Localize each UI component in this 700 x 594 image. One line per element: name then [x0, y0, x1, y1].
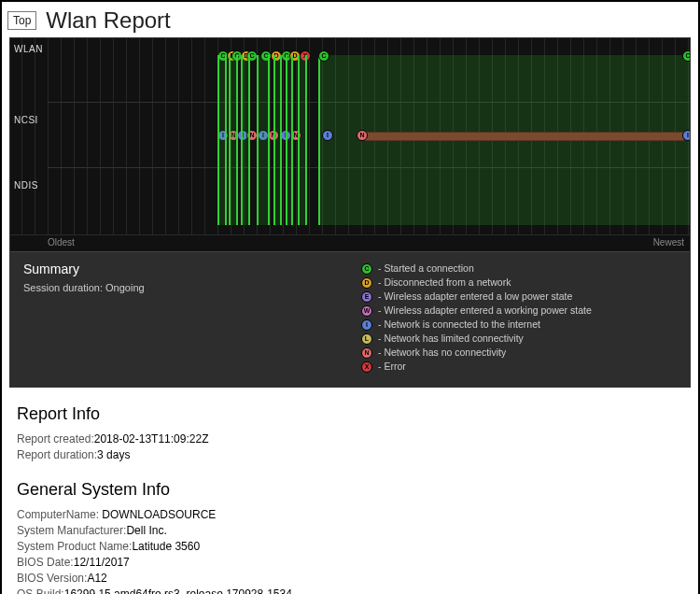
legend-dot-D: D	[361, 277, 372, 289]
page-header: Top Wlan Report	[2, 2, 698, 37]
kv-line: System Product Name:Latitude 3560	[17, 539, 683, 555]
legend-dot-I: I	[361, 319, 372, 331]
wlan-report-page: Top Wlan Report WLAN NCSI NDIS CDCDCCDCD…	[0, 0, 700, 594]
legend-dot-N: N	[361, 347, 372, 359]
legend-item-E: E - Wireless adapter entered a low power…	[361, 290, 677, 304]
kv-key: Report duration:	[17, 448, 97, 461]
legend-dot-C: C	[361, 263, 372, 275]
system-info-heading: General System Info	[17, 480, 683, 500]
summary-title: Summary	[23, 262, 324, 276]
report-info-list: Report created:2018-02-13T11:09:22ZRepor…	[17, 431, 683, 463]
event-dot-C[interactable]: C	[318, 50, 329, 62]
event-dot-C[interactable]: C	[682, 50, 690, 62]
legend-label: - Error	[378, 360, 406, 374]
legend-label: - Wireless adapter entered a working pow…	[378, 304, 592, 318]
kv-value: 3 days	[97, 448, 130, 461]
session-duration-value: Ongoing	[105, 282, 145, 293]
kv-key: BIOS Version:	[17, 572, 87, 585]
kv-value: 16299.15.amd64fre.rs3_release.170928-153…	[64, 587, 292, 594]
legend-dot-W: W	[361, 305, 372, 317]
row-label-ndis: NDIS	[14, 180, 38, 191]
kv-key: ComputerName:	[17, 508, 99, 521]
session-stripe	[229, 55, 238, 225]
session-stripe	[257, 55, 270, 225]
legend-label: - Network has no connectivity	[378, 346, 506, 360]
legend-label: - Disconnected from a network	[378, 276, 511, 290]
kv-key: BIOS Date:	[17, 556, 74, 569]
session-stripe	[273, 55, 282, 225]
event-dot-I[interactable]: I	[682, 130, 690, 141]
timeline-axis: Oldest Newest	[10, 234, 690, 251]
kv-value: Dell Inc.	[126, 524, 166, 537]
kv-line: BIOS Version:A12	[17, 571, 683, 587]
legend-item-D: D - Disconnected from a network	[361, 276, 677, 290]
session-stripe	[298, 55, 307, 225]
kv-line: Report duration:3 days	[17, 447, 683, 463]
kv-line: ComputerName: DOWNLOADSOURCE	[17, 507, 683, 523]
timeline-chart: WLAN NCSI NDIS CDCDCCDCDXCC INININININI …	[9, 37, 691, 388]
ncsi-event-row: INININININI	[10, 130, 690, 141]
session-stripe	[217, 55, 227, 225]
kv-key: System Manufacturer:	[17, 524, 126, 537]
row-label-ncsi: NCSI	[14, 115, 38, 125]
system-info-list: ComputerName: DOWNLOADSOURCESystem Manuf…	[17, 507, 683, 594]
kv-value: 2018-02-13T11:09:22Z	[94, 432, 209, 446]
session-duration-label: Session duration:	[23, 282, 103, 293]
legend-item-C: C - Started a connection	[361, 262, 677, 276]
axis-newest-label: Newest	[653, 237, 684, 248]
legend-item-I: I - Network is connected to the internet	[361, 318, 677, 332]
session-stripe	[241, 55, 250, 225]
legend-dot-X: X	[361, 361, 372, 373]
legend-label: - Network has limited connectivity	[378, 332, 524, 346]
legend-dot-E: E	[361, 291, 372, 303]
session-stripe	[286, 55, 293, 225]
chart-info-strip: Summary Session duration: Ongoing C - St…	[10, 251, 690, 387]
event-dot-I[interactable]: I	[322, 130, 333, 141]
kv-key: OS Build:	[17, 587, 64, 594]
page-title: Wlan Report	[46, 7, 170, 34]
legend-label: - Started a connection	[378, 262, 474, 276]
legend-item-L: L - Network has limited connectivity	[361, 332, 677, 346]
kv-key: System Product Name:	[17, 540, 132, 553]
wlan-event-row: CDCDCCDCDXCC	[10, 50, 690, 62]
kv-line: System Manufacturer:Dell Inc.	[17, 523, 683, 539]
kv-line: Report created:2018-02-13T11:09:22Z	[17, 431, 683, 447]
summary-panel: Summary Session duration: Ongoing	[23, 262, 324, 374]
timeline-tracks: WLAN NCSI NDIS CDCDCCDCDXCC INININININI	[10, 38, 690, 234]
legend-label: - Wireless adapter entered a low power s…	[378, 290, 572, 304]
legend-dot-L: L	[361, 333, 372, 345]
kv-value: Latitude 3560	[132, 540, 200, 553]
summary-session-duration: Session duration: Ongoing	[23, 282, 324, 293]
legend-item-X: X - Error	[361, 360, 677, 374]
legend-item-W: W - Wireless adapter entered a working p…	[361, 304, 677, 318]
kv-value: A12	[87, 572, 106, 585]
kv-line: OS Build:16299.15.amd64fre.rs3_release.1…	[17, 587, 683, 594]
kv-key: Report created:	[17, 432, 94, 446]
legend-label: - Network is connected to the internet	[378, 318, 540, 332]
kv-value: DOWNLOADSOURCE	[99, 508, 216, 521]
legend-item-N: N - Network has no connectivity	[361, 346, 677, 360]
report-info-heading: Report Info	[17, 404, 683, 424]
report-info-section: Report Info Report created:2018-02-13T11…	[2, 388, 698, 463]
axis-oldest-label: Oldest	[48, 237, 75, 248]
kv-value: 12/11/2017	[74, 556, 130, 569]
kv-line: BIOS Date:12/11/2017	[17, 555, 683, 571]
legend: C - Started a connectionD - Disconnected…	[361, 262, 677, 374]
system-info-section: General System Info ComputerName: DOWNLO…	[2, 463, 698, 594]
top-link[interactable]: Top	[7, 11, 36, 30]
event-dot-N[interactable]: N	[357, 130, 368, 141]
